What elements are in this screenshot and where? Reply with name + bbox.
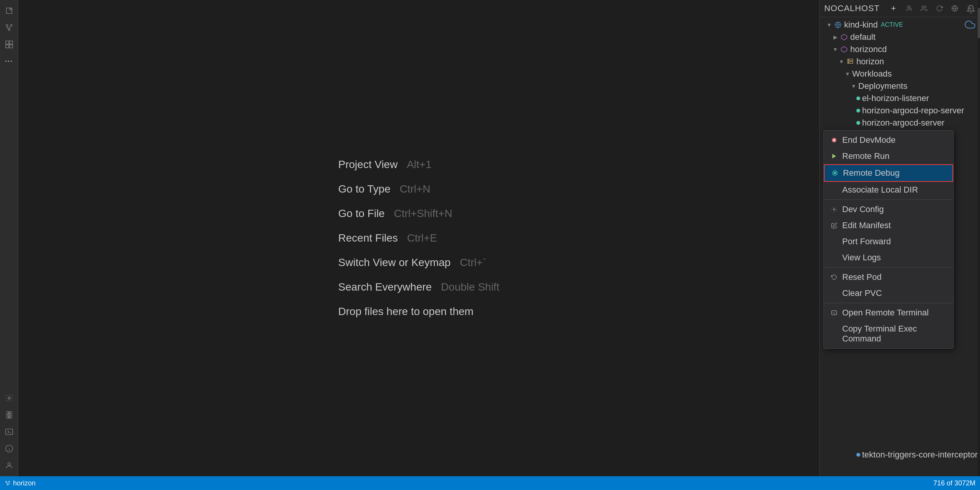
config-icon	[830, 205, 838, 214]
svg-point-27	[6, 481, 7, 482]
terminal-menu-icon	[830, 309, 838, 317]
copy-icon	[830, 330, 838, 338]
deployment-tekton-name: tekton-triggers-core-interceptors	[862, 450, 980, 460]
deployment-horizon-argocd-server[interactable]: horizon-argocd-server	[820, 117, 980, 129]
deployment-el-horizon-listener[interactable]: el-horizon-listener	[820, 92, 980, 105]
workloads-group[interactable]: Workloads	[820, 68, 980, 80]
scrollbar-thumb[interactable]	[978, 8, 980, 38]
svg-marker-22	[832, 154, 836, 158]
reset-pod-menu-item[interactable]: Reset Pod	[824, 269, 953, 285]
logs-icon	[830, 253, 838, 262]
globe-action-icon[interactable]	[949, 3, 960, 14]
svg-rect-4	[9, 41, 12, 44]
deployments-label: Deployments	[858, 81, 907, 91]
main-editor-area: Project View Alt+1 Go to Type Ctrl+N Go …	[18, 0, 819, 476]
info-icon[interactable]	[2, 441, 17, 456]
deployment-horizon-argocd-repo-server[interactable]: horizon-argocd-repo-server	[820, 105, 980, 117]
project-view-item[interactable]: Project View Alt+1	[338, 158, 432, 171]
search-everywhere-item[interactable]: Search Everywhere Double Shift	[338, 281, 500, 293]
add-icon[interactable]: +	[888, 3, 899, 14]
account-icon[interactable]	[2, 458, 17, 473]
settings-gear-icon[interactable]	[2, 390, 17, 406]
associate-local-dir-label: Associate Local DIR	[842, 185, 918, 195]
remote-run-menu-item[interactable]: Remote Run	[824, 148, 953, 164]
panel-scrollbar[interactable]	[978, 0, 980, 476]
run-icon	[830, 152, 838, 160]
clear-pvc-menu-item[interactable]: Clear PVC	[824, 285, 953, 301]
reset-icon	[830, 273, 838, 281]
chevron-down-icon	[844, 70, 851, 77]
svg-marker-17	[841, 34, 847, 40]
remote-debug-label: Remote Debug	[843, 168, 900, 178]
svg-marker-18	[841, 47, 847, 52]
workloads-label: Workloads	[852, 69, 892, 79]
dev-config-menu-item[interactable]: Dev Config	[824, 201, 953, 217]
remote-debug-menu-item[interactable]: Remote Debug	[824, 164, 953, 182]
extensions-icon[interactable]	[2, 37, 17, 52]
end-devmode-menu-item[interactable]: End DevMode	[824, 132, 953, 148]
active-badge: ACTIVE	[881, 21, 903, 28]
cluster-tree[interactable]: kind-kind ACTIVE default	[820, 17, 980, 476]
namespace-horizoncd[interactable]: horizoncd	[820, 43, 980, 56]
drop-files-label: Drop files here to open them	[338, 305, 474, 318]
more-icon[interactable]: •••	[2, 54, 17, 69]
namespace-icon	[840, 33, 848, 41]
clear-pvc-label: Clear PVC	[842, 288, 882, 298]
activity-bar-bottom	[2, 390, 17, 476]
status-bar: horizon 716 of 3072M	[0, 476, 980, 490]
branch-name: horizon	[13, 479, 36, 487]
open-remote-terminal-label: Open Remote Terminal	[842, 308, 929, 318]
app-horizon[interactable]: horizon	[820, 56, 980, 68]
svg-point-7	[8, 397, 10, 399]
files-icon[interactable]	[2, 3, 17, 18]
menu-separator-3	[824, 303, 953, 303]
recent-files-item[interactable]: Recent Files Ctrl+E	[338, 232, 437, 244]
chevron-right-icon	[832, 34, 839, 41]
deployments-group[interactable]: Deployments	[820, 80, 980, 92]
clear-icon	[830, 289, 838, 297]
cluster-kind-kind[interactable]: kind-kind ACTIVE	[820, 19, 980, 31]
nocalhost-panel: Nocalhost +	[819, 0, 980, 476]
branch-status-item[interactable]: horizon	[5, 479, 36, 487]
copy-terminal-exec-menu-item[interactable]: Copy Terminal Exec Command	[824, 321, 953, 347]
deployment-name: el-horizon-listener	[862, 93, 929, 103]
recent-files-shortcut: Ctrl+E	[407, 232, 437, 244]
drop-files-item: Drop files here to open them	[338, 305, 474, 318]
source-control-icon[interactable]	[2, 20, 17, 35]
line-column-status[interactable]: 716 of 3072M	[933, 479, 975, 487]
panel-title: Nocalhost	[824, 3, 880, 13]
refresh-action-icon[interactable]	[934, 3, 945, 14]
view-logs-label: View Logs	[842, 253, 881, 263]
switch-view-item[interactable]: Switch View or Keymap Ctrl+`	[338, 256, 487, 269]
go-to-type-item[interactable]: Go to Type Ctrl+N	[338, 183, 431, 195]
deployment-tekton-triggers[interactable]: tekton-triggers-core-interceptors	[820, 449, 980, 461]
panel-actions: +	[888, 3, 975, 14]
deployment-name: horizon-argocd-server	[862, 118, 944, 128]
associate-local-dir-menu-item[interactable]: Associate Local DIR	[824, 182, 953, 198]
chevron-down-icon	[850, 83, 857, 90]
go-to-file-item[interactable]: Go to File Ctrl+Shift+N	[338, 207, 452, 220]
users-action-icon[interactable]	[919, 3, 929, 14]
debug-icon	[831, 169, 839, 177]
svg-rect-6	[9, 45, 12, 48]
line-col-text: 716 of 3072M	[933, 479, 975, 487]
notification-bell-icon[interactable]	[966, 5, 975, 16]
search-everywhere-shortcut: Double Shift	[441, 281, 500, 293]
open-remote-terminal-menu-item[interactable]: Open Remote Terminal	[824, 305, 953, 321]
search-everywhere-label: Search Everywhere	[338, 281, 432, 293]
svg-point-25	[833, 209, 835, 210]
port-forward-menu-item[interactable]: Port Forward	[824, 234, 953, 250]
dev-config-label: Dev Config	[842, 204, 884, 214]
project-view-shortcut: Alt+1	[407, 158, 432, 171]
chevron-down-icon	[832, 46, 839, 53]
svg-point-2	[8, 29, 10, 31]
edit-manifest-menu-item[interactable]: Edit Manifest	[824, 217, 953, 234]
view-logs-menu-item[interactable]: View Logs	[824, 250, 953, 266]
app-horizon-label: horizon	[856, 57, 884, 67]
namespace-default[interactable]: default	[820, 31, 980, 43]
namespace-default-label: default	[850, 32, 875, 42]
terminal-icon[interactable]	[2, 424, 17, 439]
add-user-action-icon[interactable]	[903, 3, 914, 14]
remote-explorer-icon[interactable]	[2, 407, 17, 423]
namespace-horizoncd-icon	[840, 45, 848, 54]
